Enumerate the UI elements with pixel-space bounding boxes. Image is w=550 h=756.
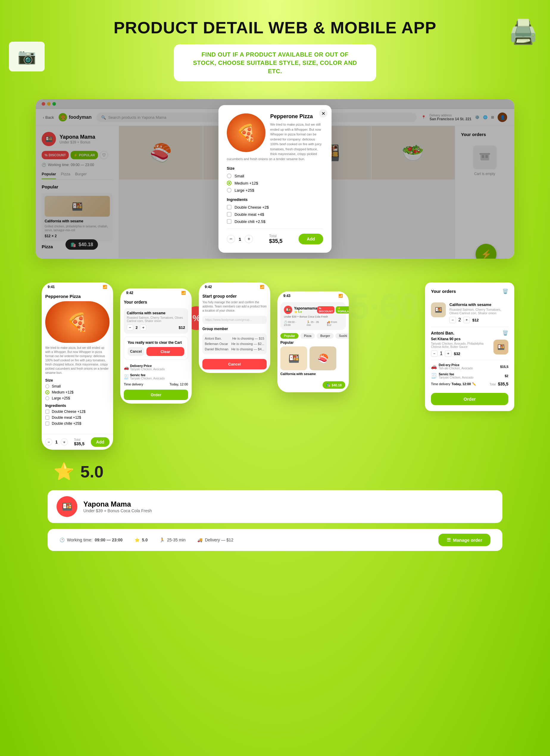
phone4-popular-label: Popular — [277, 340, 349, 345]
phone2-minus-btn[interactable]: − — [127, 324, 133, 331]
phone2-qty-row[interactable]: − 2 + $12 — [127, 324, 185, 331]
radio-small-phone[interactable] — [45, 384, 49, 388]
phone1-minus-btn[interactable]: − — [45, 438, 52, 446]
phone4-tagline: Under $39 + Bonus Coca Cola Fresh — [284, 315, 342, 318]
quantity-control[interactable]: − 1 + — [227, 235, 253, 243]
cart-fab-phone4[interactable]: 🛍️ $40.18 — [323, 381, 345, 389]
product-modal: ✕ 🍕 Pepperone Pizza We tried to make piz… — [218, 105, 332, 253]
radio-medium[interactable] — [227, 181, 232, 185]
service-info-section: 🚗 Deli·ery Price Teh-aki Chicken, Avocad… — [431, 360, 508, 389]
manage-order-button[interactable]: ☰ Manage order — [438, 534, 490, 546]
phone2-qty-val: 2 — [136, 326, 138, 330]
total-section: Total $35,5 — [269, 234, 282, 244]
cart-price-fab: $40.18 — [332, 383, 342, 387]
phone1-meat[interactable]: Double meat +12$ — [45, 416, 110, 420]
phone-product-detail: 9:41 📶 Pepperone Pizza 🍕 We tried to mak… — [42, 282, 113, 450]
decrease-qty-button[interactable]: − — [227, 235, 235, 243]
order-minus-btn-1[interactable]: − — [449, 317, 456, 323]
cart-icon-fab: 🛍️ — [326, 383, 330, 387]
phone-restaurant: 9:43 📶 🍱 Yaponamama ⭐ 5.0 — [277, 291, 349, 392]
order-btn-panel[interactable]: Order — [431, 393, 508, 405]
order-item-img-1: 🍱 — [431, 302, 446, 317]
confirm-text: You really want to clear the Cart — [128, 340, 184, 345]
radio-large[interactable] — [227, 188, 232, 193]
delivery-price-val: $15,5 — [500, 365, 508, 368]
phone1-chili[interactable]: Double chille +25$ — [45, 421, 110, 426]
radio-large-phone[interactable] — [45, 396, 49, 400]
order-minus-btn-2[interactable]: − — [431, 350, 437, 357]
order-plus-btn-1[interactable]: + — [463, 317, 470, 323]
ingredient-cheese[interactable]: Double Cheese +2$ — [227, 205, 323, 210]
restaurant-header-phone4: 🍱 Yaponamama ⭐ 5.0 % DISCOUNT ⚡ POPULAR — [284, 306, 342, 314]
checkbox-chili[interactable] — [227, 219, 232, 224]
phone2-clear-btn[interactable]: Clear — [146, 347, 184, 356]
phone2-order-button[interactable]: Order — [124, 390, 188, 400]
modal-overlay[interactable]: ✕ 🍕 Pepperone Pizza We tried to make piz… — [36, 99, 514, 259]
restaurant-desc-bottom: Under $39 + Bonus Coca Cola Fresh — [83, 508, 152, 513]
modal-close-button[interactable]: ✕ — [319, 109, 327, 118]
order-plus-btn-2[interactable]: + — [445, 350, 451, 357]
order-item-info-1: California with sesame Roasted Salmon, C… — [449, 302, 508, 323]
size-medium[interactable]: Medium +12$ — [227, 181, 323, 185]
orders-panel-header: Your orders 🗑️ — [431, 288, 508, 294]
phone1-size-large[interactable]: Large +25$ — [45, 396, 110, 400]
printer-decoration: 🖨️ — [508, 18, 538, 46]
food-item-1-phone4[interactable]: 🍱 — [280, 346, 307, 370]
phone2-cancel-btn[interactable]: Cancel — [128, 347, 144, 356]
delivery-price-item: 🚚 Delivery — $12 — [197, 538, 233, 542]
check-chili-phone[interactable] — [45, 421, 49, 426]
check-cheese-phone[interactable] — [45, 410, 49, 414]
phone2-plus-btn[interactable]: + — [140, 324, 146, 331]
phone1-add-button[interactable]: Add — [91, 437, 110, 447]
increase-qty-button[interactable]: + — [245, 235, 253, 243]
trash-icon[interactable]: 🗑️ — [502, 288, 508, 294]
checkbox-cheese[interactable] — [227, 205, 232, 210]
order-qty-row-1[interactable]: − 2 + $12 — [449, 317, 508, 323]
restaurant-name-row: 🍱 Yaponamama ⭐ 5.0 — [284, 306, 317, 314]
trash-icon-2[interactable]: 🗑️ — [502, 330, 508, 336]
add-to-cart-button[interactable]: Add — [299, 234, 323, 244]
ingredient-meat[interactable]: Double meat +4$ — [227, 212, 323, 217]
delivery-time-item: 🏃 25-35 min — [160, 538, 185, 542]
phone3-desc: You fully manage the order and confirm t… — [202, 300, 267, 313]
phone4-tab-burger[interactable]: Burger — [317, 333, 334, 339]
working-time-item: 🕐 Working time: 09:00 — 23:00 — [60, 538, 123, 542]
food-item-2-phone4[interactable]: 🍣 — [310, 346, 336, 370]
phone4-tab-sushi[interactable]: Sushi — [335, 333, 349, 339]
phone1-content: Pepperone Pizza 🍕 We tried to make pizza… — [42, 290, 113, 434]
delivery-price-label: Deli·ery Price — [439, 363, 473, 367]
checkbox-meat[interactable] — [227, 212, 232, 217]
rating-item: ⭐ 5.0 — [135, 538, 148, 542]
restaurant-name-bottom: Yapona Mama — [83, 500, 152, 508]
phone-orders: 9:42 📶 Your orders California with sesam… — [120, 288, 192, 404]
phone1-cheese[interactable]: Double Cheese +12$ — [45, 410, 110, 414]
group-link-input[interactable]: https://www.foodyman.com/group... — [202, 316, 267, 324]
phone1-size-small[interactable]: Small — [45, 384, 110, 388]
service-fee-val: $2 — [505, 374, 508, 378]
radio-medium-phone[interactable] — [45, 390, 49, 394]
order-item-img-2: 🍱 — [493, 340, 508, 354]
order-item-1: 🍱 California with sesame Roasted Salmon,… — [431, 299, 508, 327]
ingredient-chili[interactable]: Double chili +2.5$ — [227, 219, 323, 224]
phone4-tab-popular[interactable]: Popular — [280, 333, 299, 339]
phone3-cancel-button[interactable]: Cancel — [202, 359, 267, 369]
phone2-service-section: 🚗 Delivery Price Tariyaki Chicken, Avoca… — [124, 363, 188, 387]
phone1-qty[interactable]: − 1 + — [45, 438, 68, 446]
phone4-food-label: California with sesame — [277, 370, 349, 377]
phone1-plus-btn[interactable]: + — [61, 438, 68, 446]
check-meat-phone[interactable] — [45, 416, 49, 420]
edit-time-icon[interactable]: ✏️ — [472, 382, 476, 386]
size-large[interactable]: Large +25$ — [227, 188, 323, 193]
order-qty-row-2[interactable]: − 1 + $32 — [431, 350, 490, 357]
restaurant-info-bottom: Yapona Mama Under $39 + Bonus Coca Cola … — [83, 500, 152, 513]
order-item-2: Antoni Ban. 🗑️ Set Kitana 90 pcs Tariyak… — [431, 327, 508, 360]
phone2-item-name: California with sesame — [127, 311, 185, 315]
phone1-size-medium[interactable]: Medium +12$ — [45, 390, 110, 394]
delivery-price-desc: Teh-aki Chicken, Avocado — [439, 367, 473, 370]
size-small[interactable]: Small — [227, 174, 323, 178]
radio-small[interactable] — [227, 174, 232, 178]
phone4-tab-pizza[interactable]: Pizza — [300, 333, 315, 339]
total-label: Total — [269, 234, 282, 238]
size-label: Size — [227, 166, 323, 171]
members-list: Antoni Ban. He is choosing — $15 Bellema… — [202, 333, 267, 354]
